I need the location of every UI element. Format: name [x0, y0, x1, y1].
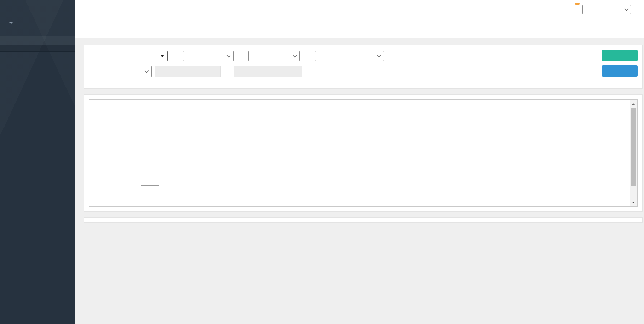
content-area — [75, 38, 644, 223]
org-code-dropdown[interactable] — [0, 20, 75, 24]
line-select[interactable] — [183, 51, 234, 61]
chevron-down-icon — [227, 53, 230, 57]
scrollbar-thumb[interactable] — [631, 108, 636, 186]
caret-down-icon — [9, 22, 13, 24]
chart-panel — [84, 94, 643, 212]
chart-header — [89, 100, 637, 114]
chevron-down-icon — [625, 7, 628, 11]
sidebar — [0, 0, 75, 324]
bar-plot — [141, 124, 159, 186]
query-button[interactable] — [602, 50, 638, 61]
station-select[interactable] — [315, 51, 384, 61]
filter-panel — [84, 45, 643, 89]
company-select[interactable] — [98, 51, 168, 61]
dropdown-arrow-icon — [161, 55, 164, 57]
app-root — [0, 0, 644, 324]
date-range-separator — [221, 66, 234, 77]
chevron-down-icon — [145, 69, 149, 73]
sidebar-submenu — [0, 45, 75, 52]
date-preset-select[interactable] — [98, 66, 152, 77]
sidebar-item-passenger-stats[interactable] — [0, 36, 75, 45]
y-axis — [123, 124, 141, 186]
sidebar-menu — [0, 36, 75, 52]
export-button[interactable] — [602, 65, 638, 77]
chart-scrollbar[interactable] — [630, 100, 637, 206]
page-header — [75, 19, 644, 38]
language-select[interactable] — [582, 5, 631, 14]
org-name — [0, 12, 75, 20]
date-to-input[interactable] — [234, 66, 302, 77]
scrollbar-up-button[interactable] — [630, 100, 637, 107]
filter-actions — [602, 50, 638, 77]
arrow-down-icon — [632, 202, 635, 203]
date-from-input[interactable] — [155, 66, 221, 77]
arrow-up-icon — [632, 103, 635, 105]
chart-plot-area — [123, 124, 637, 186]
filter-row-1 — [95, 51, 632, 61]
chart-container — [89, 99, 638, 207]
notification-badge[interactable] — [575, 3, 580, 5]
table-panel — [84, 217, 643, 223]
scrollbar-down-button[interactable] — [630, 199, 637, 206]
vehicle-select[interactable] — [248, 51, 300, 61]
filter-row-2 — [95, 66, 632, 77]
chevron-down-icon — [293, 53, 297, 57]
main-area — [75, 0, 644, 324]
chevron-down-icon — [377, 53, 381, 57]
topbar — [75, 0, 644, 19]
app-logo — [0, 0, 75, 12]
